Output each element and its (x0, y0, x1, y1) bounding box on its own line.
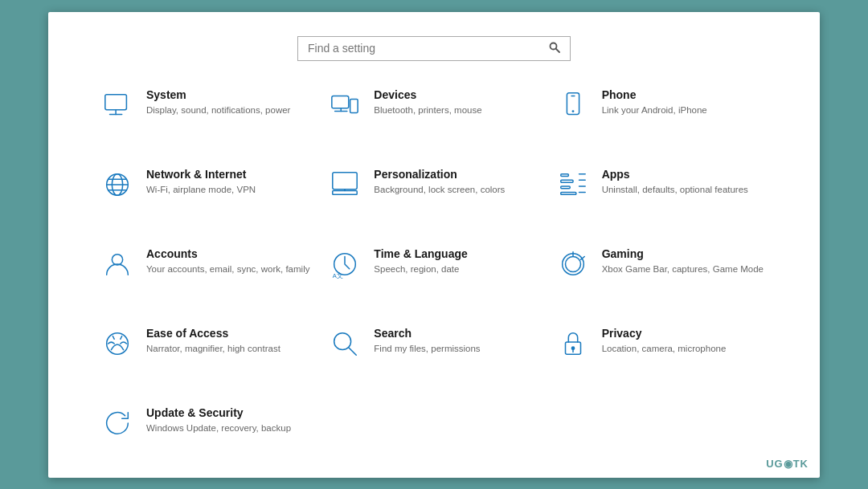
system-icon (100, 90, 135, 120)
search-icon (549, 42, 560, 55)
setting-text-search: Search Find my files, permissions (374, 327, 480, 355)
setting-desc-phone: Link your Android, iPhone (602, 104, 707, 116)
setting-title-gaming: Gaming (602, 247, 764, 260)
settings-window: System Display, sound, notifications, po… (48, 12, 820, 478)
settings-grid: System Display, sound, notifications, po… (96, 84, 772, 462)
setting-item-devices[interactable]: Devices Bluetooth, printers, mouse (324, 84, 543, 144)
devices-icon (327, 90, 362, 120)
setting-item-search[interactable]: Search Find my files, permissions (324, 322, 543, 382)
svg-text:A文: A文 (333, 272, 343, 279)
setting-desc-apps: Uninstall, defaults, optional features (602, 183, 748, 196)
setting-desc-privacy: Location, camera, microphone (602, 342, 727, 355)
svg-line-40 (349, 347, 357, 355)
setting-desc-system: Display, sound, notifications, power (146, 104, 290, 116)
svg-rect-5 (332, 96, 349, 108)
setting-desc-network: Wi-Fi, airplane mode, VPN (146, 183, 256, 196)
setting-item-phone[interactable]: Phone Link your Android, iPhone (552, 84, 772, 144)
ease-icon (100, 328, 135, 359)
gaming-icon (555, 249, 591, 279)
phone-icon (555, 90, 591, 120)
setting-item-time[interactable]: A文 Time & Language Speech, region, date (324, 242, 543, 303)
watermark: UG◉TK (766, 458, 809, 470)
setting-item-accounts[interactable]: Accounts Your accounts, email, sync, wor… (96, 242, 316, 303)
update-icon (100, 408, 135, 438)
apps-icon (555, 169, 591, 200)
svg-point-36 (107, 332, 129, 354)
setting-title-privacy: Privacy (602, 327, 727, 340)
setting-text-ease: Ease of Access Narrator, magnifier, high… (146, 327, 280, 355)
setting-title-time: Time & Language (374, 247, 467, 260)
setting-desc-accounts: Your accounts, email, sync, work, family (146, 263, 309, 275)
setting-title-phone: Phone (602, 88, 707, 101)
setting-text-apps: Apps Uninstall, defaults, optional featu… (602, 168, 748, 196)
setting-title-ease: Ease of Access (146, 327, 280, 340)
svg-line-37 (113, 336, 114, 339)
svg-rect-23 (560, 192, 575, 194)
svg-rect-6 (350, 99, 358, 112)
setting-text-update: Update & Security Windows Update, recove… (146, 406, 291, 434)
setting-title-update: Update & Security (146, 406, 291, 419)
setting-item-system[interactable]: System Display, sound, notifications, po… (96, 84, 316, 144)
setting-title-system: System (146, 88, 290, 101)
setting-item-network[interactable]: Network & Internet Wi-Fi, airplane mode,… (96, 163, 316, 223)
setting-title-devices: Devices (374, 88, 481, 101)
search-bar[interactable] (297, 36, 571, 61)
setting-desc-search: Find my files, permissions (374, 342, 480, 355)
privacy-icon (555, 328, 591, 359)
setting-text-system: System Display, sound, notifications, po… (146, 88, 290, 116)
setting-desc-ease: Narrator, magnifier, high contrast (146, 342, 280, 355)
svg-rect-20 (560, 173, 568, 176)
setting-text-time: Time & Language Speech, region, date (374, 247, 467, 275)
accounts-icon (100, 249, 135, 279)
time-icon: A文 (327, 249, 362, 279)
svg-point-28 (112, 254, 122, 264)
network-icon (100, 169, 135, 200)
setting-title-personalization: Personalization (374, 168, 505, 181)
setting-item-ease[interactable]: Ease of Access Narrator, magnifier, high… (96, 322, 316, 382)
setting-text-network: Network & Internet Wi-Fi, airplane mode,… (146, 168, 256, 196)
search-icon (327, 328, 362, 359)
svg-point-0 (551, 43, 557, 49)
svg-point-32 (565, 256, 580, 271)
setting-item-apps[interactable]: Apps Uninstall, defaults, optional featu… (552, 163, 772, 223)
setting-desc-gaming: Xbox Game Bar, captures, Game Mode (602, 263, 764, 275)
setting-desc-update: Windows Update, recovery, backup (146, 422, 291, 434)
setting-title-network: Network & Internet (146, 168, 256, 181)
svg-rect-22 (560, 185, 569, 188)
search-input[interactable] (308, 42, 549, 55)
setting-desc-devices: Bluetooth, printers, mouse (374, 104, 481, 116)
svg-rect-21 (560, 180, 572, 182)
search-bar-container (96, 36, 772, 61)
setting-item-gaming[interactable]: Gaming Xbox Game Bar, captures, Game Mod… (552, 242, 772, 303)
setting-item-update[interactable]: Update & Security Windows Update, recove… (96, 401, 316, 462)
setting-title-apps: Apps (602, 168, 748, 181)
setting-text-privacy: Privacy Location, camera, microphone (602, 327, 727, 355)
svg-rect-2 (105, 94, 127, 109)
setting-title-accounts: Accounts (146, 247, 309, 260)
setting-desc-time: Speech, region, date (374, 263, 467, 275)
setting-text-accounts: Accounts Your accounts, email, sync, wor… (146, 247, 309, 275)
setting-text-devices: Devices Bluetooth, printers, mouse (374, 88, 481, 116)
setting-item-personalization[interactable]: Personalization Background, lock screen,… (324, 163, 543, 223)
personalization-icon (327, 169, 362, 200)
setting-title-search: Search (374, 327, 480, 340)
svg-point-11 (571, 110, 574, 112)
svg-line-38 (121, 336, 122, 339)
setting-item-privacy[interactable]: Privacy Location, camera, microphone (552, 322, 772, 382)
setting-desc-personalization: Background, lock screen, colors (374, 183, 505, 196)
setting-text-personalization: Personalization Background, lock screen,… (374, 168, 505, 196)
setting-text-phone: Phone Link your Android, iPhone (602, 88, 707, 116)
svg-line-1 (556, 49, 559, 52)
svg-rect-17 (333, 172, 357, 189)
setting-text-gaming: Gaming Xbox Game Bar, captures, Game Mod… (602, 247, 764, 275)
